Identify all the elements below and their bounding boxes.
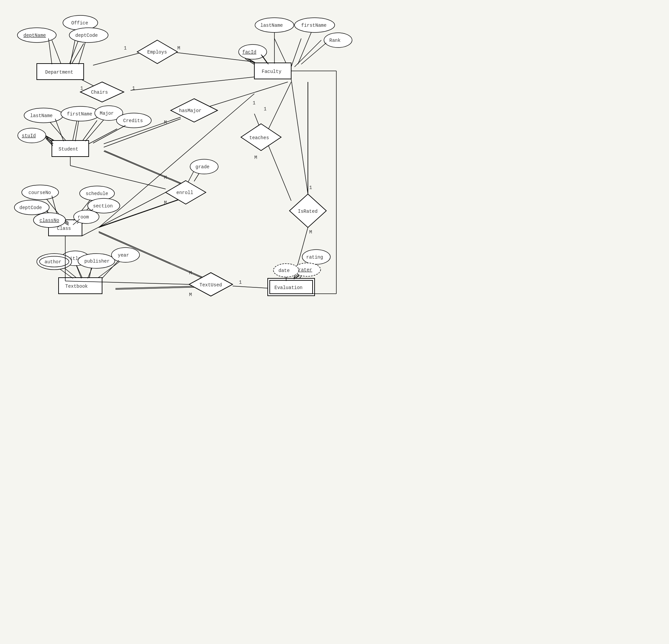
attr-date-label: date bbox=[279, 268, 290, 273]
card-teaches-1: 1 bbox=[264, 106, 266, 112]
card-chairs-1b: 1 bbox=[132, 86, 135, 91]
attr-rating-label: rating bbox=[306, 255, 323, 260]
svg-line-70 bbox=[93, 126, 126, 143]
attr-major-label: Major bbox=[100, 111, 114, 116]
attr-student-firstname-label: firstName bbox=[67, 111, 92, 117]
svg-line-69 bbox=[85, 120, 104, 141]
rel-chairs-label: Chairs bbox=[91, 90, 108, 95]
svg-line-81 bbox=[60, 269, 73, 278]
svg-line-57 bbox=[79, 42, 85, 64]
er-diagram: Department Faculty Student Class Textboo… bbox=[0, 0, 368, 310]
card-textused-1: 1 bbox=[239, 280, 242, 285]
entity-student-label: Student bbox=[59, 146, 78, 152]
svg-line-79 bbox=[194, 173, 199, 181]
rel-hasmajor-label: hasMajor bbox=[179, 108, 201, 113]
svg-line-54 bbox=[268, 144, 291, 201]
svg-line-22 bbox=[89, 129, 117, 144]
attr-stuid-label: stuId bbox=[22, 133, 36, 139]
attr-schedule-label: schedule bbox=[86, 191, 108, 196]
attr-student-lastname-label: lastName bbox=[30, 113, 53, 118]
attr-author-label: author bbox=[44, 259, 61, 264]
svg-line-5 bbox=[291, 39, 301, 67]
rel-israted-label: IsRated bbox=[298, 209, 317, 214]
card-textused-m1: M bbox=[189, 270, 192, 276]
svg-line-15 bbox=[208, 82, 288, 107]
card-employs-1: 1 bbox=[124, 45, 127, 51]
attr-deptname-label: deptName bbox=[24, 33, 46, 38]
card-hasmajor-1: 1 bbox=[253, 100, 255, 106]
svg-line-96 bbox=[70, 166, 166, 189]
card-enroll-m2: M bbox=[164, 200, 167, 205]
entity-department-label: Department bbox=[45, 70, 73, 75]
svg-line-82 bbox=[88, 268, 92, 278]
card-hasmajor-m: M bbox=[164, 120, 167, 125]
svg-line-68 bbox=[75, 121, 79, 141]
entity-evaluation-label: Evaluation bbox=[274, 285, 302, 290]
entity-faculty-label: Faculty bbox=[262, 69, 282, 74]
svg-line-10 bbox=[52, 40, 62, 66]
svg-line-24 bbox=[104, 151, 183, 184]
attr-class-deptcode-label: deptCode bbox=[19, 205, 42, 211]
attr-rank-label: Rank bbox=[329, 38, 341, 43]
attr-publisher-label: publisher bbox=[84, 259, 110, 264]
rel-textused-label: TextUsed bbox=[199, 282, 222, 288]
attr-grade-label: grade bbox=[196, 164, 210, 170]
attr-rater-label: rater bbox=[298, 267, 312, 273]
rel-employs-label: Employs bbox=[147, 49, 167, 55]
svg-line-0 bbox=[93, 52, 144, 65]
rel-enroll-label: enroll bbox=[176, 190, 193, 195]
svg-line-56 bbox=[48, 39, 52, 64]
attr-section-label: section bbox=[93, 203, 113, 209]
attr-faculty-lastname-label: lastName bbox=[260, 23, 283, 28]
svg-line-59 bbox=[298, 32, 311, 64]
rel-teaches-label: teaches bbox=[249, 135, 269, 141]
attr-classno-label: classNo bbox=[40, 218, 59, 223]
attr-faculty-firstname-label: firstName bbox=[301, 23, 327, 28]
attr-year-label: year bbox=[118, 253, 129, 258]
svg-line-3 bbox=[130, 77, 254, 90]
card-textused-m2: M bbox=[189, 292, 192, 297]
svg-line-91 bbox=[291, 79, 308, 194]
attr-office-label: Office bbox=[71, 20, 88, 26]
entity-textbook-label: Textbook bbox=[65, 284, 88, 289]
svg-line-23 bbox=[104, 151, 182, 185]
card-israted-1: 1 bbox=[309, 185, 312, 190]
entity-class-label: Class bbox=[57, 226, 71, 231]
svg-line-46 bbox=[232, 286, 271, 288]
card-employs-m: M bbox=[177, 45, 180, 51]
card-enroll-m1: M bbox=[164, 175, 167, 180]
attr-room-label: room bbox=[77, 214, 89, 220]
attr-deptcode-label: deptCode bbox=[75, 33, 98, 38]
svg-line-27 bbox=[187, 171, 194, 183]
card-israted-m: M bbox=[309, 229, 312, 235]
svg-line-63 bbox=[301, 43, 326, 64]
attr-facid-label: facId bbox=[242, 49, 256, 55]
attr-credits-label: Credits bbox=[123, 118, 143, 124]
svg-line-37 bbox=[268, 82, 291, 130]
card-teaches-m: M bbox=[254, 155, 257, 160]
svg-line-80 bbox=[76, 265, 81, 278]
attr-courseno-label: courseNo bbox=[28, 190, 51, 195]
card-chairs-1a: 1 bbox=[80, 86, 83, 91]
